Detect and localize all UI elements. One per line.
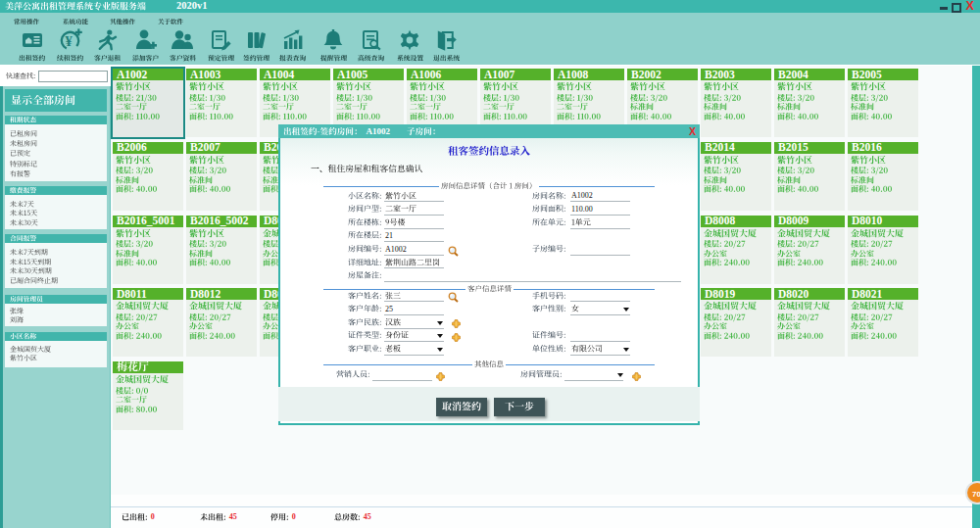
svg-text:¥: ¥ <box>65 33 73 49</box>
svg-text:70: 70 <box>972 490 980 499</box>
